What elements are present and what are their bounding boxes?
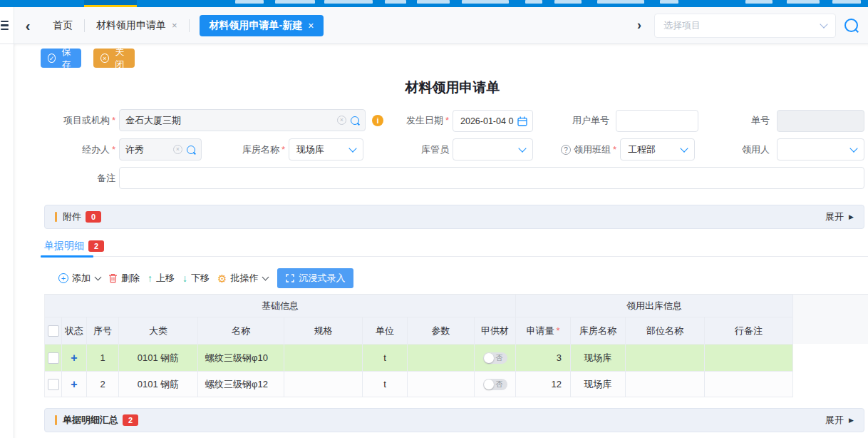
global-search-icon[interactable]	[844, 19, 858, 32]
user-no-input[interactable]	[616, 110, 698, 132]
chevron-down-icon	[820, 20, 827, 28]
detail-tab-label: 单据明细	[44, 240, 84, 253]
cell-part[interactable]	[626, 372, 705, 397]
trash-icon	[108, 273, 118, 283]
arrow-up-icon: ↑	[148, 273, 153, 284]
topbar-menu-item[interactable]	[324, 0, 373, 4]
remark-input[interactable]	[119, 167, 864, 189]
project-field[interactable]: 金石大厦三期	[119, 109, 366, 131]
cell-row-remark[interactable]	[705, 372, 793, 397]
move-up-label: 上移	[156, 272, 175, 285]
toggle-off[interactable]: 否	[483, 352, 507, 364]
clear-icon[interactable]	[173, 145, 182, 154]
cell-spec[interactable]	[284, 372, 363, 397]
cell-name[interactable]: 螺纹三级钢φ10	[198, 345, 284, 372]
delete-row-button[interactable]: 删除	[108, 272, 140, 285]
header-status: 状态	[62, 317, 87, 345]
add-line-icon[interactable]: +	[71, 380, 77, 389]
project-label: 项目或机构	[14, 109, 115, 131]
select-all-checkbox[interactable]	[48, 325, 59, 337]
group-basic-info: 基础信息	[45, 295, 516, 317]
project-select-placeholder: 选择项目	[663, 19, 821, 32]
cell-param[interactable]	[408, 345, 475, 372]
header-warehouse: 库房名称	[571, 317, 626, 345]
cell-name[interactable]: 螺纹三级钢φ12	[198, 372, 284, 397]
cell-warehouse[interactable]: 现场库	[571, 345, 626, 372]
team-label-group: 领用班组	[547, 138, 616, 161]
tabs-scroll-left-icon[interactable]: ‹	[14, 8, 41, 44]
x-circle-icon	[100, 54, 109, 63]
attachments-expand-button[interactable]: 展开 ▶	[825, 210, 854, 223]
table-row[interactable]: + 2 0101 钢筋 螺纹三级钢φ12 t 否 12 现场库	[45, 372, 793, 397]
info-icon[interactable]: i	[372, 115, 383, 126]
header-name: 名称	[198, 317, 284, 345]
topbar-menu-item[interactable]	[385, 0, 406, 4]
search-icon[interactable]	[187, 146, 195, 154]
remark-label: 备注	[14, 167, 115, 189]
immersive-entry-button[interactable]: 沉浸式录入	[277, 268, 353, 288]
tab-material-requisition-list[interactable]: 材料领用申请单 ×	[85, 19, 189, 32]
team-select[interactable]: 工程部	[620, 138, 695, 161]
cell-unit: t	[363, 372, 408, 397]
move-up-button[interactable]: ↑ 上移	[148, 272, 175, 285]
topbar-menu-item[interactable]	[832, 0, 861, 4]
handler-field[interactable]: 许秀	[119, 138, 202, 161]
row-checkbox[interactable]	[48, 352, 59, 364]
topbar-menu-item[interactable]	[554, 0, 582, 4]
collapsed-sidebar	[0, 44, 14, 438]
group-outbound-info: 领用出库信息	[516, 295, 793, 317]
close-button[interactable]: 关闭	[93, 49, 135, 68]
save-button[interactable]: 保存	[41, 49, 81, 68]
details-tab-strip: 单据明细 2	[41, 236, 868, 257]
move-down-button[interactable]: ↓ 下移	[182, 272, 210, 285]
close-icon[interactable]: ×	[172, 20, 177, 31]
topbar-menu-item[interactable]	[787, 0, 820, 4]
header-param: 参数	[408, 317, 475, 345]
topbar-active-menu-item[interactable]	[84, 0, 137, 7]
project-select[interactable]: 选择项目	[654, 14, 836, 38]
summary-panel-header[interactable]: 单据明细汇总 2 展开 ▶	[44, 408, 864, 432]
chevron-down-icon	[262, 274, 269, 281]
hamburger-menu-icon[interactable]	[0, 7, 14, 44]
cell-row-remark[interactable]	[705, 345, 793, 372]
cell-qty[interactable]: 12	[516, 372, 571, 397]
cell-category[interactable]: 0101 钢筋	[119, 372, 198, 397]
cell-spec[interactable]	[284, 345, 363, 372]
search-icon[interactable]	[351, 116, 359, 125]
cell-param[interactable]	[408, 372, 475, 397]
recipient-select[interactable]	[777, 138, 864, 161]
attachments-panel-header[interactable]: 附件 0 展开 ▶	[44, 205, 864, 229]
tab-label: 首页	[53, 19, 73, 32]
date-field[interactable]: 2026-01-04 0	[453, 110, 533, 132]
cell-warehouse[interactable]: 现场库	[571, 372, 626, 397]
toggle-off[interactable]: 否	[483, 379, 507, 390]
topbar-menu-item[interactable]	[462, 0, 509, 4]
question-circle-icon[interactable]	[561, 145, 571, 155]
cell-part[interactable]	[626, 345, 705, 372]
tabs-scroll-right-icon[interactable]: ›	[637, 18, 641, 33]
clear-icon[interactable]	[337, 116, 346, 125]
tab-material-requisition-new-active[interactable]: 材料领用申请单-新建 ×	[200, 15, 324, 36]
row-checkbox[interactable]	[48, 379, 59, 390]
cell-qty[interactable]: 3	[516, 345, 571, 372]
tab-detail-lines[interactable]: 单据明细 2	[44, 236, 104, 256]
add-row-button[interactable]: 添加	[58, 272, 100, 285]
warehouse-select[interactable]: 现场库	[289, 138, 363, 161]
summary-expand-button[interactable]: 展开 ▶	[825, 414, 854, 427]
keeper-select[interactable]	[453, 138, 533, 161]
header-checkbox-cell	[45, 317, 62, 345]
topbar-menu-item[interactable]	[525, 0, 542, 4]
table-row[interactable]: + 1 0101 钢筋 螺纹三级钢φ10 t 否 3 现场库	[45, 345, 793, 372]
topbar-menu-item[interactable]	[745, 0, 773, 4]
close-icon[interactable]: ×	[308, 20, 314, 31]
tab-home[interactable]: 首页	[41, 19, 84, 32]
topbar-menu-item[interactable]	[275, 0, 315, 4]
topbar-menu-item[interactable]	[660, 0, 678, 4]
warehouse-value: 现场库	[296, 143, 346, 156]
topbar-menu-item[interactable]	[597, 0, 644, 4]
topbar-menu-item[interactable]	[417, 0, 450, 4]
batch-operation-button[interactable]: ⚙ 批操作	[217, 272, 268, 285]
topbar-menu-item[interactable]	[235, 0, 264, 4]
cell-category[interactable]: 0101 钢筋	[119, 345, 198, 372]
add-line-icon[interactable]: +	[71, 353, 77, 363]
